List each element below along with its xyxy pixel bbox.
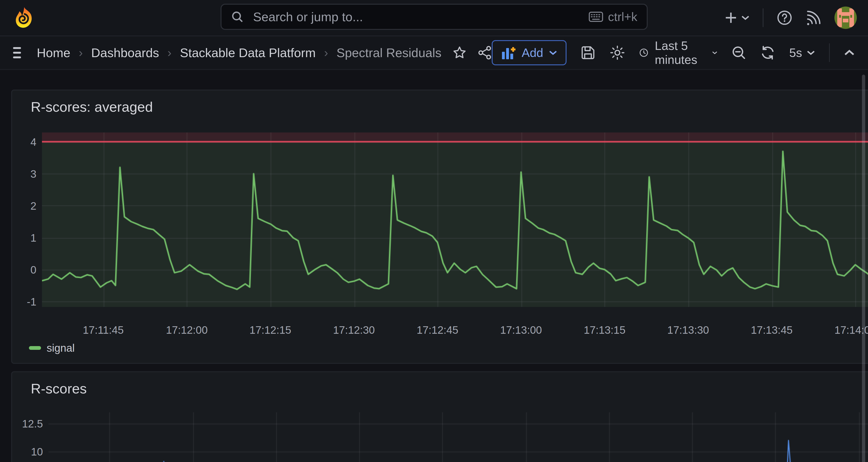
chevron-up-icon: [844, 49, 855, 56]
y-axis-label: 12.5: [11, 418, 43, 430]
search-icon: [231, 10, 244, 23]
legend-series-label: signal: [46, 342, 74, 354]
x-axis-label: 17:13:45: [744, 324, 800, 336]
panel-rscores: R-scores r1_scorer2_scorer3_scorer4_scor…: [11, 371, 868, 462]
x-axis-label: 17:12:45: [409, 324, 465, 336]
panel-rscores-averaged: R-scores: averaged signal 43210-117:11:4…: [11, 90, 868, 364]
time-range-label: Last 5 minutes: [655, 39, 706, 67]
y-axis-label: -1: [5, 296, 36, 308]
top-nav-bar: ctrl+k: [0, 0, 868, 36]
time-range-picker[interactable]: Last 5 minutes: [639, 39, 717, 67]
add-panel-label: Add: [522, 46, 543, 60]
chevron-down-icon: [712, 50, 717, 56]
collapse-toolbar-button[interactable]: [844, 49, 855, 56]
chevron-down-icon: [549, 50, 557, 56]
panel-title[interactable]: R-scores: averaged: [31, 99, 153, 115]
breadcrumb-current: Spectral Residuals: [336, 45, 441, 60]
refresh-interval-picker[interactable]: 5s: [789, 46, 815, 60]
toolbar-divider: [829, 43, 830, 62]
new-item-button[interactable]: [724, 11, 750, 24]
breadcrumb-separator: ›: [167, 46, 172, 60]
nav-divider: [763, 8, 764, 27]
x-axis-label: 17:12:15: [243, 324, 299, 336]
chart-legend: signal: [29, 340, 74, 356]
add-panel-icon: [501, 46, 516, 59]
favorite-star-button[interactable]: [453, 46, 467, 60]
dashboard-settings-button[interactable]: [610, 45, 625, 61]
x-axis-label: 17:12:30: [326, 324, 382, 336]
breadcrumb-separator: ›: [79, 46, 83, 60]
y-axis-label: 10: [11, 445, 43, 458]
x-axis-label: 17:12:00: [159, 324, 215, 336]
breadcrumb-separator: ›: [324, 46, 328, 60]
y-axis-label: 0: [5, 264, 36, 276]
search-input[interactable]: [251, 9, 588, 25]
refresh-button[interactable]: [760, 45, 775, 60]
breadcrumb: Home › Dashboards › Stackable Data Platf…: [37, 45, 441, 60]
y-axis-label: 3: [5, 168, 36, 180]
refresh-interval-label: 5s: [789, 46, 802, 60]
chart-canvas[interactable]: [42, 132, 868, 307]
search-shortcut: ctrl+k: [608, 10, 638, 24]
breadcrumb-folder[interactable]: Stackable Data Platform: [180, 45, 316, 60]
dashboard-toolbar: Home › Dashboards › Stackable Data Platf…: [0, 36, 868, 70]
y-axis-label: 4: [5, 136, 36, 148]
x-axis-label: 17:13:30: [660, 324, 716, 336]
save-dashboard-button[interactable]: [581, 45, 595, 60]
y-axis-label: 2: [5, 199, 36, 212]
grafana-logo[interactable]: [12, 6, 36, 30]
zoom-out-button[interactable]: [732, 45, 746, 60]
chevron-down-icon: [807, 50, 815, 56]
legend-item[interactable]: signal: [29, 342, 74, 354]
grafana-flame-icon: [12, 6, 36, 29]
x-axis-label: 17:13:15: [577, 324, 632, 336]
help-button[interactable]: [777, 10, 793, 26]
chevron-down-icon: [741, 15, 750, 21]
plus-icon: [724, 11, 738, 24]
chart-canvas[interactable]: [49, 412, 868, 462]
breadcrumb-dashboards[interactable]: Dashboards: [91, 45, 159, 60]
keyboard-icon: [588, 11, 603, 22]
news-icon[interactable]: [806, 10, 822, 26]
user-avatar[interactable]: [834, 6, 857, 29]
share-button[interactable]: [478, 46, 492, 60]
page-scrollbar[interactable]: [862, 74, 865, 462]
add-panel-button[interactable]: Add: [492, 40, 566, 65]
legend-series-marker: [29, 346, 41, 350]
panel-title[interactable]: R-scores: [31, 380, 87, 397]
y-axis-label: 1: [5, 232, 36, 244]
menu-toggle-button[interactable]: [13, 47, 21, 58]
clock-icon: [639, 46, 648, 60]
x-axis-label: 17:11:45: [75, 324, 131, 336]
global-search[interactable]: ctrl+k: [221, 4, 648, 30]
x-axis-label: 17:13:00: [493, 324, 549, 336]
breadcrumb-home[interactable]: Home: [37, 45, 70, 60]
